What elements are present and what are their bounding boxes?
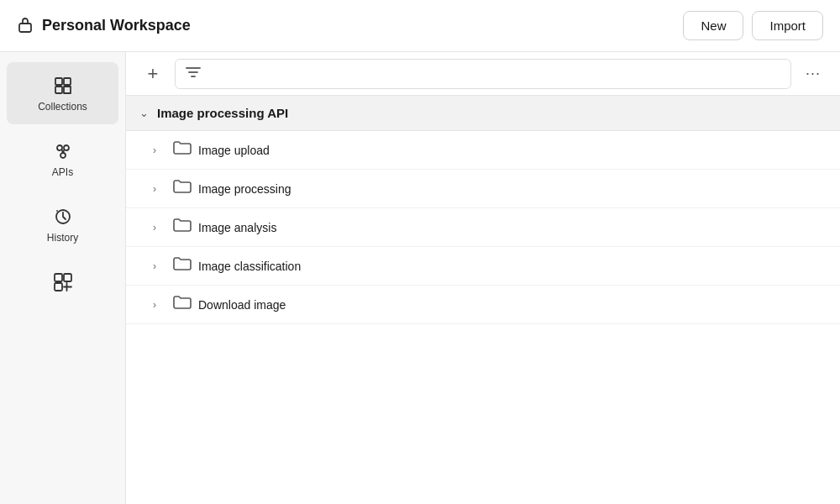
collections-label: Collections (38, 101, 87, 113)
list-item[interactable]: › Image upload (126, 131, 840, 170)
add-button[interactable]: + (139, 60, 166, 87)
sidebar-item-apis[interactable]: APIs (7, 128, 118, 190)
sidebar-item-new[interactable] (7, 259, 118, 306)
folder-icon (173, 295, 192, 314)
list-item[interactable]: › Image classification (126, 247, 840, 286)
sidebar-item-collections[interactable]: Collections (7, 62, 118, 124)
header: Personal Workspace New Import (0, 0, 840, 52)
lock-icon (17, 16, 34, 36)
import-button[interactable]: Import (752, 11, 823, 40)
new-collection-icon (51, 270, 75, 294)
filter-icon (186, 66, 201, 81)
item-label: Image classification (198, 260, 301, 273)
folder-icon (173, 179, 192, 198)
list-item[interactable]: › Image processing (126, 170, 840, 208)
sidebar: Collections APIs (0, 52, 126, 504)
apis-label: APIs (52, 166, 73, 178)
search-bar[interactable] (175, 59, 791, 89)
header-left: Personal Workspace (17, 16, 191, 36)
header-buttons: New Import (683, 11, 823, 40)
item-chevron-icon: › (153, 299, 166, 311)
svg-rect-3 (55, 87, 62, 93)
svg-rect-12 (55, 283, 62, 291)
item-chevron-icon: › (153, 260, 166, 272)
history-label: History (47, 232, 78, 244)
item-label: Download image (198, 298, 286, 312)
workspace-title: Personal Workspace (42, 17, 191, 34)
content-area: + ··· ⌄ Image processing API (126, 52, 840, 504)
item-chevron-icon: › (153, 144, 166, 156)
item-label: Image upload (198, 144, 270, 157)
collection-header[interactable]: ⌄ Image processing API (126, 96, 840, 131)
list-item[interactable]: › Image analysis (126, 208, 840, 247)
collection-items-list: › Image upload › Image processing (126, 131, 840, 504)
folder-icon (173, 218, 192, 237)
new-button[interactable]: New (683, 11, 743, 40)
svg-rect-11 (64, 274, 71, 281)
folder-icon (173, 256, 192, 276)
history-icon (51, 205, 75, 228)
main-layout: Collections APIs (0, 52, 840, 504)
apis-icon (51, 139, 75, 163)
item-chevron-icon: › (153, 222, 166, 234)
svg-rect-1 (55, 78, 62, 85)
svg-rect-0 (19, 24, 31, 32)
collapse-chevron-icon: ⌄ (139, 107, 149, 119)
sidebar-item-history[interactable]: History (7, 193, 118, 255)
svg-rect-10 (55, 274, 62, 281)
folder-icon (173, 140, 192, 160)
list-item[interactable]: › Download image (126, 286, 840, 324)
plus-icon: + (148, 63, 159, 85)
ellipsis-icon: ··· (806, 65, 821, 82)
svg-rect-2 (64, 78, 71, 85)
more-options-button[interactable]: ··· (800, 60, 827, 87)
item-label: Image processing (198, 182, 291, 196)
item-label: Image analysis (198, 221, 276, 234)
collection-title: Image processing API (157, 106, 288, 120)
collections-icon (51, 74, 75, 97)
item-chevron-icon: › (153, 183, 166, 195)
toolbar: + ··· (126, 52, 840, 96)
